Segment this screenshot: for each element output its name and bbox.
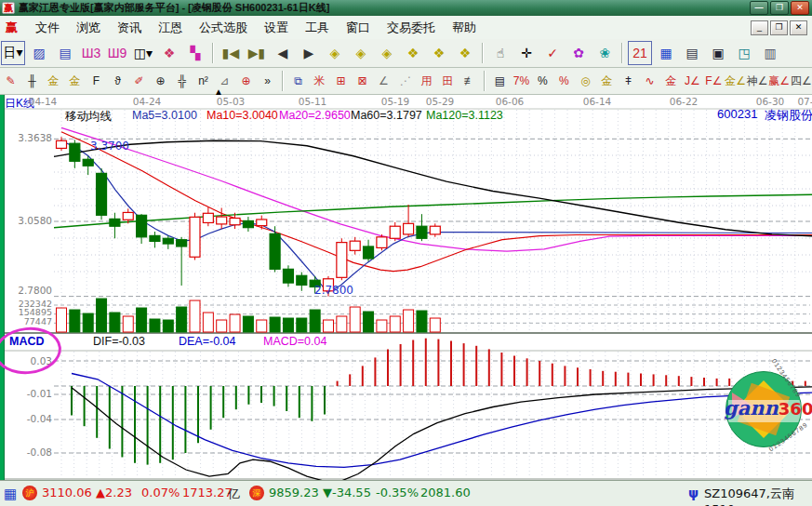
menu-item-6[interactable]: 设置 [256,18,297,38]
next-button-icon[interactable]: ▶ [297,41,321,65]
notes-icon-icon[interactable]: ▤ [680,41,704,65]
j-angle-tool-icon[interactable]: J∠ [682,70,703,92]
last-page-button-icon[interactable]: ▶▮ [245,41,269,65]
knot-tool-teal-icon[interactable]: ❀ [592,41,617,65]
menu-item-9[interactable]: 交易委托 [379,18,444,38]
calendar-icon-icon[interactable]: 21 [628,41,652,65]
gold-underline-tool-icon[interactable]: 金 [660,70,682,92]
marker-ruler-tool-icon[interactable]: ✐ [128,70,150,92]
hand-tool-icon[interactable]: ☝ [488,41,512,65]
zoom-diamond-2-icon[interactable]: ◈ [349,41,373,65]
minimize-button[interactable]: — [750,1,768,15]
percent-board-tool-icon[interactable]: ▤ [489,70,511,92]
ma60-value: Ma60=3.1797 [351,109,422,122]
date-tick-05-29: 05-29 [423,96,457,107]
wave-band-tool-icon[interactable]: ∿ [639,70,660,92]
menu-item-1[interactable]: 文件 [27,18,68,38]
win-angle-tool-icon[interactable]: 赢∠ [768,70,791,92]
sz-index-value[interactable]: 9859.23 [269,486,319,499]
triple-line-tool-icon[interactable]: ≢ [459,70,480,92]
quote-table-icon[interactable]: ▦ [4,486,17,502]
check-tool-icon[interactable]: ✓ [540,41,565,65]
app-icon: 赢 [2,2,15,14]
status-bar: ▦ 沪 3110.06 ▲2.23 0.07% 1713.27 亿 深 9859… [0,480,812,506]
four-angle-tool-icon[interactable]: 四∠ [791,70,812,92]
fan-grid-tool-icon[interactable]: ⊞ [330,70,352,92]
angle-fan-light-tool-icon[interactable]: ⋰ [394,70,416,92]
gold-angle-tool-icon[interactable]: 金∠ [725,70,747,92]
chart-export-icon-icon[interactable]: ◳ [732,41,756,65]
gann-wheel-tool-icon[interactable]: ⊕ [150,70,171,92]
date-tick-05-19: 05-19 [379,96,412,107]
grid-tool-icon[interactable]: ╫ [21,70,43,92]
ink-tool-icon[interactable]: ǂ [618,70,639,92]
shenzhen-exchange-icon[interactable]: 深 [249,486,264,500]
fan-dense-tool-icon[interactable]: ⊠ [352,70,373,92]
sz-index-change: ▼-34.55 [323,486,371,499]
low-annotation: 2.7800 [314,284,353,297]
menu-item-3[interactable]: 资讯 [109,18,150,38]
zoom-diamond-1-icon[interactable]: ◈ [323,41,347,65]
period-daily-dropdown-icon[interactable]: 日▾ [1,41,25,65]
red-grid-tool-1-icon[interactable]: 用 [416,70,437,92]
close-button[interactable]: ✕ [791,1,809,15]
menu-item-8[interactable]: 窗口 [338,18,379,38]
percent-down-tool-icon[interactable]: 7% [511,70,532,92]
box-range-tool-icon[interactable]: ⧉ [287,70,309,92]
zoom-diamond-3-icon[interactable]: ◈ [375,41,399,65]
quote-board-icon-icon[interactable]: ▤ [53,41,77,65]
mdi-restore-button[interactable]: ❐ [770,20,788,35]
zoom-diamond-5-icon[interactable]: ❖ [427,41,451,65]
angle-fan-tool-icon[interactable]: ∠ [373,70,394,92]
f-angle-tool-icon[interactable]: F∠ [703,70,725,92]
save-icon-icon[interactable]: ▣ [706,41,730,65]
volume-chart-icon-icon[interactable]: ▚ [183,41,207,65]
sh-index-value[interactable]: 3110.06 [42,486,92,499]
gold-line-tool-icon[interactable]: 金 [596,70,618,92]
zoom-diamond-4-icon[interactable]: ❖ [401,41,425,65]
macd-axis-label--0.01: -0.01 [9,388,52,399]
fibonacci-tool-icon[interactable]: F [86,70,107,92]
gann360-text: gann [724,396,779,419]
n-square-tool-icon[interactable]: n² [193,70,214,92]
candle-style-dropdown-icon[interactable]: ◫▾ [131,41,155,65]
date-tick-06-06: 06-06 [493,96,526,107]
god-angle-tool-icon[interactable]: 神∠ [746,70,768,92]
menu-item-2[interactable]: 浏览 [68,18,109,38]
maximize-button[interactable]: ❐ [770,1,789,15]
window-title: 赢家江恩专业版[赢家内部服务平台] - [凌钢股份 SH600231-61日K线… [19,1,329,15]
knot-tool-purple-icon[interactable]: ✿ [566,41,591,65]
prev-button-icon[interactable]: ◀ [271,41,295,65]
percent-line-tool-icon[interactable]: % [553,70,575,92]
calculator-icon-icon[interactable]: ▦ [654,41,678,65]
brush-tool-icon[interactable]: ✎ [0,70,21,92]
crosshair-tool-icon[interactable]: ✛ [514,41,539,65]
mini-bars-3-icon-icon[interactable]: Ш3 [79,41,103,65]
ma10-value: Ma10=3.0040 [206,109,278,122]
pattern-icon-icon[interactable]: ❖ [157,41,181,65]
menu-item-7[interactable]: 工具 [297,18,338,38]
overflow-button-icon[interactable]: » [257,70,278,92]
first-page-button-icon[interactable]: ▮◀ [219,41,243,65]
mdi-minimize-button[interactable]: _ [751,20,768,35]
zoom-diamond-6-icon[interactable]: ❖ [453,41,477,65]
gold-grid-tool-1-icon[interactable]: 金 [43,70,64,92]
toolbar-separator [282,71,284,91]
gold-circle-tool-icon[interactable]: ◎ [575,70,596,92]
percent-tool-icon[interactable]: % [532,70,553,92]
menu-item-5[interactable]: 公式选股 [191,18,256,38]
mdi-close-button[interactable]: ✕ [790,20,807,35]
shanghai-exchange-icon[interactable]: 沪 [22,486,37,500]
menu-item-10[interactable]: 帮助 [444,18,485,38]
ruler-grid-tool-icon[interactable]: ╬ [171,70,193,92]
menu-item-4[interactable]: 江恩 [150,18,191,38]
fan-tool-icon[interactable]: 米 [309,70,330,92]
red-grid-tool-2-icon[interactable]: 田 [437,70,459,92]
spiral-tool-icon[interactable]: ϑ [107,70,128,92]
print-icon-icon[interactable]: ▥ [758,41,782,65]
mini-bars-9-icon-icon[interactable]: Ш9 [105,41,129,65]
zigzag-chart-icon-icon[interactable]: ▨ [27,41,51,65]
target-tool-icon[interactable]: ⊕ [235,70,257,92]
gann360-logo: 0123456789 0123456789 gann360 [724,369,804,447]
gold-grid-tool-2-icon[interactable]: 金 [64,70,86,92]
